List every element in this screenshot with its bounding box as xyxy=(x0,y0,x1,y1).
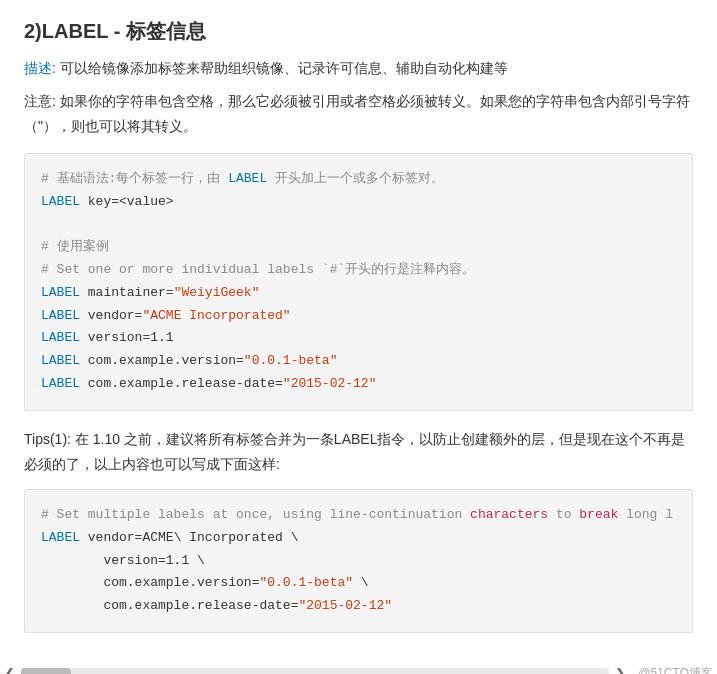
notice-text: 如果你的字符串包含空格，那么它必须被引用或者空格必须被转义。如果您的字符串包含内… xyxy=(24,93,690,134)
notice-label: 注意: xyxy=(24,93,56,109)
section-title: 2)LABEL - 标签信息 xyxy=(24,18,693,45)
description-line: 描述: 可以给镜像添加标签来帮助组织镜像、记录许可信息、辅助自动化构建等 xyxy=(24,57,693,81)
code-key-6: com.example.release-date= xyxy=(80,376,283,391)
code2-line-2: version=1.1 \ xyxy=(41,553,205,568)
watermark: @51CTO博客 xyxy=(638,665,713,674)
code-kw-5: LABEL xyxy=(41,353,80,368)
page-container: 2)LABEL - 标签信息 描述: 可以给镜像添加标签来帮助组织镜像、记录许可… xyxy=(0,0,717,661)
code2-str-4: "2015-02-12" xyxy=(298,598,392,613)
code-key-2: maintainer= xyxy=(80,285,174,300)
code-kw-2: LABEL xyxy=(41,285,80,300)
desc-label: 描述: xyxy=(24,60,56,76)
code-str-5: "0.0.1-beta" xyxy=(244,353,338,368)
code2-comment-1: # Set multiple labels at once, using lin… xyxy=(41,507,673,522)
code-kw-3: LABEL xyxy=(41,308,80,323)
code-comment-1: # 基础语法:每个标签一行，由 LABEL 开头加上一个或多个标签对。 xyxy=(41,171,444,186)
code-key-3: vendor= xyxy=(80,308,142,323)
code-kw-6: LABEL xyxy=(41,376,80,391)
code-str-2: "WeiyiGeek" xyxy=(174,285,260,300)
code2-kw-1: LABEL xyxy=(41,530,80,545)
notice-line: 注意: 如果你的字符串包含空格，那么它必须被引用或者空格必须被转义。如果您的字符… xyxy=(24,89,693,139)
tips-label: Tips(1): 在 1.10 之前，建议将所有标签合并为一条LABEL指令，以… xyxy=(24,431,685,472)
code2-line-4: com.example.release-date= xyxy=(41,598,298,613)
code-val-1: key=<value> xyxy=(80,194,174,209)
code-str-3: "ACME Incorporated" xyxy=(142,308,290,323)
code-key-5: com.example.version= xyxy=(80,353,244,368)
code-kw-1: LABEL xyxy=(41,194,80,209)
tips-line: Tips(1): 在 1.10 之前，建议将所有标签合并为一条LABEL指令，以… xyxy=(24,427,693,477)
code-comment-3: # Set one or more individual labels `#`开… xyxy=(41,262,475,277)
code2-str-3: "0.0.1-beta" xyxy=(259,575,353,590)
code-kw-4: LABEL xyxy=(41,330,80,345)
code-comment-2: # 使用案例 xyxy=(41,239,109,254)
code-block-2: # Set multiple labels at once, using lin… xyxy=(24,489,693,633)
scroll-right-icon[interactable]: ❯ xyxy=(615,666,626,674)
code2-line-3: com.example.version= xyxy=(41,575,259,590)
bottom-bar: ❮ ❯ @51CTO博客 xyxy=(0,661,717,674)
desc-text: 可以给镜像添加标签来帮助组织镜像、记录许可信息、辅助自动化构建等 xyxy=(60,60,508,76)
code-val-4: version=1.1 xyxy=(80,330,174,345)
scroll-left-icon[interactable]: ❮ xyxy=(4,666,15,674)
code-str-6: "2015-02-12" xyxy=(283,376,377,391)
code2-val-1: vendor=ACME\ Incorporated \ xyxy=(80,530,298,545)
code-block-1: # 基础语法:每个标签一行，由 LABEL 开头加上一个或多个标签对。 LABE… xyxy=(24,153,693,411)
code2-line-3b: \ xyxy=(353,575,369,590)
